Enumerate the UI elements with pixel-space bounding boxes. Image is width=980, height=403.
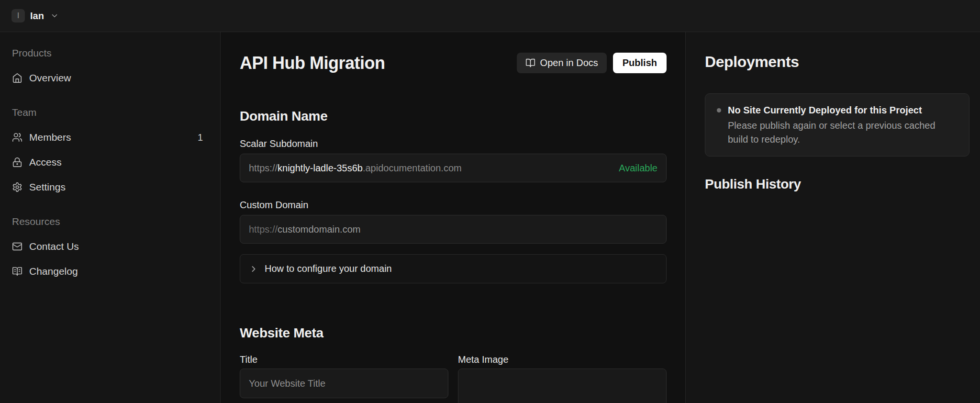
- mail-icon: [12, 241, 22, 252]
- scalar-subdomain-value: https://knightly-ladle-35s6b.apidocument…: [249, 163, 462, 174]
- chevron-right-icon: [249, 264, 258, 274]
- topbar: I Ian: [0, 0, 980, 32]
- open-in-docs-label: Open in Docs: [540, 57, 598, 68]
- custom-domain-label: Custom Domain: [240, 199, 667, 211]
- meta-image-group: Meta Image: [458, 342, 667, 403]
- website-meta-grid: Title Meta Image: [240, 342, 667, 403]
- sidebar-item-members[interactable]: Members 1: [12, 125, 203, 150]
- sidebar-header-products: Products: [12, 41, 203, 66]
- deployments-panel: Deployments No Site Currently Deployed f…: [685, 32, 980, 403]
- meta-image-upload-box[interactable]: [458, 369, 667, 403]
- no-deployment-title: No Site Currently Deployed for this Proj…: [728, 103, 949, 117]
- chevron-down-icon[interactable]: [50, 11, 59, 20]
- users-icon: [12, 132, 22, 143]
- custom-domain-placeholder-prefix: https://: [249, 224, 278, 235]
- publish-button[interactable]: Publish: [613, 53, 667, 73]
- availability-status-badge: Available: [619, 163, 657, 174]
- members-count-badge: 1: [198, 132, 203, 143]
- publish-history-heading: Publish History: [705, 176, 969, 193]
- website-title-group: Title: [240, 342, 448, 403]
- page-title: API Hub Migration: [240, 53, 385, 73]
- website-title-label: Title: [240, 353, 448, 366]
- main-header: API Hub Migration Open in Docs Publish: [240, 53, 667, 73]
- no-deployment-card: No Site Currently Deployed for this Proj…: [705, 93, 969, 157]
- sidebar-header-team: Team: [12, 100, 203, 125]
- book-icon: [12, 266, 22, 277]
- sidebar-item-label: Access: [29, 157, 203, 168]
- subdomain-prefix: https://: [249, 163, 278, 173]
- custom-domain-field[interactable]: https://customdomain.com: [240, 215, 667, 244]
- sidebar-item-label: Settings: [29, 181, 203, 193]
- account-avatar[interactable]: I: [11, 9, 25, 22]
- sidebar-header-resources: Resources: [12, 209, 203, 234]
- custom-domain-placeholder: https://customdomain.com: [249, 224, 360, 235]
- how-to-configure-domain-label: How to configure your domain: [265, 263, 392, 274]
- domain-name-heading: Domain Name: [240, 108, 667, 125]
- gear-icon: [12, 182, 22, 192]
- custom-domain-placeholder-host: customdomain.com: [278, 224, 360, 235]
- deployments-heading: Deployments: [705, 52, 969, 71]
- subdomain-suffix: .apidocumentation.com: [363, 163, 462, 173]
- no-deployment-body: Please publish again or select a previou…: [728, 119, 949, 146]
- sidebar-item-contact-us[interactable]: Contact Us: [12, 234, 203, 259]
- status-dot-icon: [717, 108, 721, 112]
- open-book-icon: [525, 58, 535, 68]
- sidebar-item-label: Contact Us: [29, 241, 203, 252]
- subdomain-slug: knightly-ladle-35s6b: [278, 163, 363, 173]
- sidebar-item-overview[interactable]: Overview: [12, 66, 203, 90]
- sidebar-section-resources: Resources Contact Us Changelog: [12, 209, 203, 284]
- avatar-letter: I: [17, 11, 20, 21]
- how-to-configure-domain-disclosure[interactable]: How to configure your domain: [240, 254, 667, 283]
- sidebar-item-label: Changelog: [29, 266, 203, 277]
- sidebar-item-label: Overview: [29, 72, 203, 84]
- website-meta-heading: Website Meta: [240, 325, 667, 342]
- sidebar-item-settings[interactable]: Settings: [12, 175, 203, 200]
- main-content: API Hub Migration Open in Docs Publish D…: [221, 32, 685, 403]
- account-name[interactable]: Ian: [30, 11, 44, 22]
- lock-icon: [12, 157, 22, 168]
- scalar-subdomain-field[interactable]: https://knightly-ladle-35s6b.apidocument…: [240, 154, 667, 182]
- sidebar-item-changelog[interactable]: Changelog: [12, 259, 203, 284]
- sidebar-section-team: Team Members 1 Access Settings: [12, 100, 203, 200]
- sidebar-item-label: Members: [29, 132, 191, 143]
- open-in-docs-button[interactable]: Open in Docs: [517, 53, 607, 73]
- home-icon: [12, 73, 22, 83]
- scalar-subdomain-label: Scalar Subdomain: [240, 137, 667, 150]
- sidebar-section-products: Products Overview: [12, 41, 203, 90]
- sidebar: Products Overview Team Members 1 Access: [0, 32, 221, 403]
- no-deployment-text: No Site Currently Deployed for this Proj…: [728, 103, 949, 146]
- website-title-input[interactable]: [240, 369, 448, 398]
- meta-image-label: Meta Image: [458, 353, 667, 366]
- sidebar-item-access[interactable]: Access: [12, 150, 203, 175]
- header-actions: Open in Docs Publish: [517, 53, 667, 73]
